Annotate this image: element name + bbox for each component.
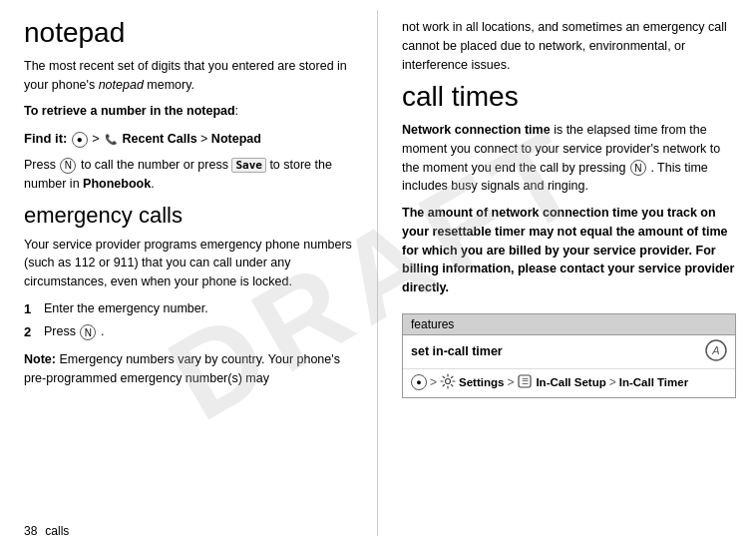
path-incall-icon: ☰ xyxy=(517,373,533,391)
left-column: notepad The most recent set of digits th… xyxy=(0,10,378,536)
step-1: 1 Enter the emergency number. xyxy=(24,299,357,319)
features-row-timer: set in-call timer A xyxy=(403,335,735,369)
call-times-title: call times xyxy=(402,82,736,113)
notepad-description: The most recent set of digits that you e… xyxy=(24,57,357,95)
features-table: features set in-call timer A ● > xyxy=(402,313,736,398)
step-2: 2 Press N . xyxy=(24,322,357,342)
continued-text: not work in all locations, and sometimes… xyxy=(402,18,736,74)
svg-text:☰: ☰ xyxy=(522,377,529,386)
warning-text: The amount of network connection time yo… xyxy=(402,204,736,297)
features-path: ● > Settings > ☰ xyxy=(403,369,735,397)
save-key: Save xyxy=(231,158,266,173)
retrieve-label: To retrieve a number in the notepad: xyxy=(24,102,357,121)
find-it-row: Find it: ● > 📞 Recent Calls > Notepad xyxy=(24,129,357,150)
recent-calls-icon: 📞 xyxy=(103,132,119,148)
emergency-steps: 1 Enter the emergency number. 2 Press N … xyxy=(24,299,357,342)
press-instruction: Press N to call the number or press Save… xyxy=(24,156,357,194)
note-paragraph: Note: Emergency numbers vary by country.… xyxy=(24,350,357,388)
emergency-description: Your service provider programs emergency… xyxy=(24,236,357,291)
send-icon: N xyxy=(80,324,96,340)
page-container: DRAFT notepad The most recent set of dig… xyxy=(0,0,756,546)
svg-point-2 xyxy=(446,378,451,383)
timer-icon: A xyxy=(705,339,727,364)
path-settings-icon xyxy=(440,373,456,391)
features-header: features xyxy=(403,314,735,335)
notepad-title: notepad xyxy=(24,18,357,49)
call-icon: N xyxy=(60,158,76,174)
svg-text:A: A xyxy=(711,344,719,356)
network-time-description: Network connection time is the elapsed t… xyxy=(402,121,736,196)
menu-icon: ● xyxy=(72,132,88,148)
emergency-title: emergency calls xyxy=(24,203,357,229)
end-call-icon: N xyxy=(630,160,646,176)
page-number: 38 calls xyxy=(0,522,378,540)
path-menu-icon: ● xyxy=(411,374,427,390)
right-column: not work in all locations, and sometimes… xyxy=(378,10,756,536)
